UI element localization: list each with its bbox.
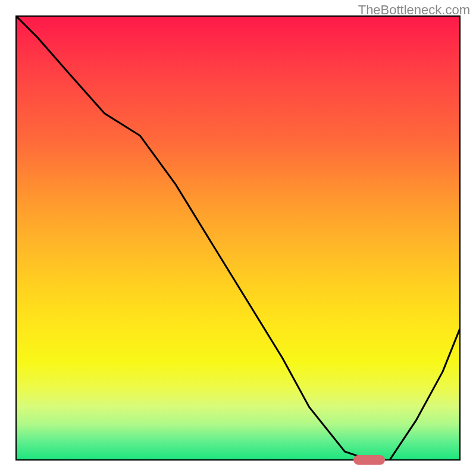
chart-line-layer — [15, 15, 461, 461]
bottleneck-curve — [15, 15, 461, 461]
watermark-text: TheBottleneck.com — [358, 2, 470, 18]
optimal-marker — [353, 455, 384, 465]
